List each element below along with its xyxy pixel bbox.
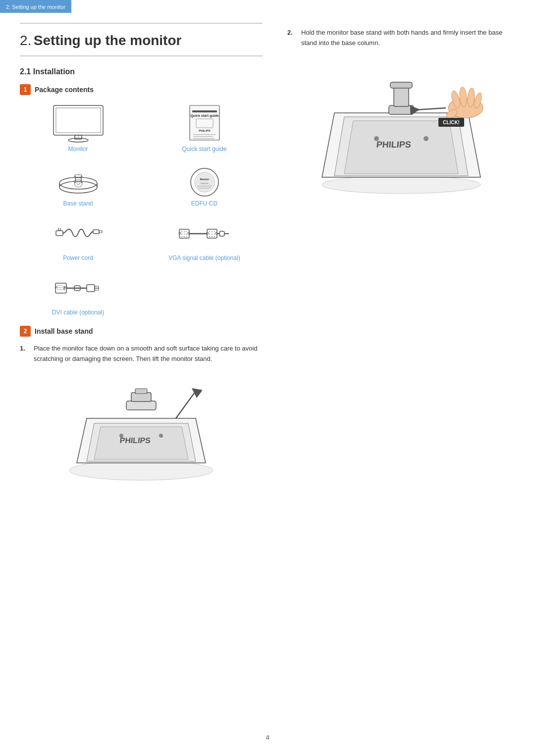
instructions-list: 1. Place the monitor face down on a smoo…: [20, 344, 263, 364]
dvi-label: DVI cable (optional): [52, 309, 104, 316]
svg-point-52: [212, 234, 213, 235]
svg-text:Monitor: Monitor: [200, 178, 209, 181]
svg-text:PHILIPS: PHILIPS: [201, 182, 209, 185]
svg-point-66: [57, 287, 58, 288]
svg-line-101: [415, 108, 446, 110]
svg-point-65: [61, 285, 62, 286]
svg-rect-59: [219, 231, 224, 236]
step2-badge: 2: [20, 326, 31, 337]
instr1-text: Place the monitor face down on a smooth …: [34, 344, 263, 364]
step2-row: 2 Install base stand: [20, 326, 263, 337]
svg-rect-99: [394, 86, 409, 106]
edfu-illustration: Monitor PHILIPS: [185, 162, 224, 197]
svg-point-63: [57, 285, 58, 286]
svg-point-70: [59, 289, 60, 290]
svg-rect-100: [390, 82, 412, 88]
svg-point-40: [184, 234, 185, 235]
package-item-basestand: Base stand: [20, 162, 136, 207]
svg-point-86: [159, 434, 163, 438]
quickstart-illustration: Quick start guide PHILIPS: [182, 103, 227, 143]
package-item-powercord: Power cord: [20, 217, 136, 261]
instruction-1: 1. Place the monitor face down on a smoo…: [20, 344, 263, 364]
svg-point-37: [184, 231, 185, 232]
svg-text:Quick start guide: Quick start guide: [190, 114, 218, 118]
step1-row: 1 Package contents: [20, 84, 263, 95]
package-item-edfu: Monitor PHILIPS EDFU CD: [146, 162, 263, 207]
monitor-illustration: [51, 103, 106, 143]
svg-point-91: [322, 176, 481, 194]
instructions-list-right: 2. Hold the monitor base stand with both…: [287, 28, 515, 49]
svg-point-3: [68, 138, 88, 142]
svg-point-41: [186, 234, 187, 235]
section-title-block: 2. Setting up the monitor: [20, 23, 263, 56]
svg-rect-30: [56, 231, 63, 236]
svg-rect-76: [87, 285, 95, 292]
svg-rect-29: [198, 188, 211, 189]
svg-point-53: [214, 234, 215, 235]
basestand-illustration: [56, 162, 101, 197]
breadcrumb: 2. Setting up the monitor: [0, 0, 71, 13]
svg-point-96: [374, 136, 379, 141]
svg-point-38: [186, 231, 187, 232]
svg-point-48: [209, 231, 210, 232]
basestand-label: Base stand: [63, 200, 93, 207]
svg-point-55: [212, 236, 213, 237]
package-item-dvi: DVI cable (optional): [20, 271, 136, 316]
svg-rect-6: [192, 110, 217, 112]
svg-point-67: [59, 287, 60, 288]
svg-point-71: [61, 289, 62, 290]
svg-point-43: [184, 236, 185, 237]
package-item-quickstart: Quick start guide PHILIPS Quick start gu…: [146, 103, 263, 152]
section-title: Setting up the monitor: [34, 33, 182, 48]
quickstart-label: Quick start guide: [182, 146, 226, 152]
svg-text:CLICK!: CLICK!: [443, 120, 460, 125]
svg-rect-88: [131, 393, 151, 402]
step1-badge: 1: [20, 84, 31, 95]
package-item-vga: VGA signal cable (optional): [146, 217, 263, 261]
svg-point-39: [181, 234, 182, 235]
instr2-number: 2.: [287, 28, 296, 49]
step1-label: Package contents: [35, 86, 94, 94]
svg-rect-87: [126, 401, 156, 410]
svg-point-42: [181, 236, 182, 237]
svg-point-64: [59, 285, 60, 286]
step2-diagram2: PHILIPS: [287, 58, 515, 199]
svg-rect-72: [63, 286, 65, 290]
vga-label: VGA signal cable (optional): [168, 254, 240, 261]
svg-line-90: [176, 391, 196, 418]
svg-rect-28: [197, 186, 212, 187]
right-column: 2. Hold the monitor base stand with both…: [277, 23, 515, 492]
page-number: 4: [266, 734, 269, 741]
svg-text:PHILIPS: PHILIPS: [119, 436, 151, 445]
section-number: 2.: [20, 33, 31, 48]
svg-text:PHILIPS: PHILIPS: [376, 140, 412, 150]
svg-point-50: [214, 231, 215, 232]
subsection-title: 2.1 Installation: [20, 67, 263, 76]
svg-point-68: [61, 287, 62, 288]
instruction-2: 2. Hold the monitor base stand with both…: [287, 28, 515, 49]
svg-point-54: [209, 236, 210, 237]
dvi-illustration: [54, 271, 103, 306]
svg-point-69: [57, 289, 58, 290]
svg-rect-12: [193, 138, 214, 139]
step2-diagram1: PHILIPS: [20, 371, 263, 487]
powercord-illustration: [54, 217, 103, 252]
svg-rect-33: [93, 230, 99, 234]
package-grid: Monitor Quick start guide PHILIPS: [20, 103, 263, 316]
package-item-monitor: Monitor: [20, 103, 136, 152]
svg-point-97: [424, 136, 428, 141]
step2-label: Install base stand: [35, 327, 93, 335]
svg-point-18: [77, 182, 80, 185]
svg-point-80: [69, 460, 213, 480]
svg-point-49: [212, 231, 213, 232]
instr2-text: Hold the monitor base stand with both ha…: [301, 28, 515, 49]
svg-rect-11: [193, 136, 213, 137]
svg-point-51: [209, 234, 210, 235]
install-section: 2 Install base stand 1. Place the monito…: [20, 326, 263, 487]
svg-rect-0: [54, 105, 103, 135]
vga-illustration: [177, 217, 232, 252]
svg-point-85: [119, 434, 123, 438]
svg-point-44: [186, 236, 187, 237]
powercord-label: Power cord: [63, 254, 93, 261]
svg-rect-34: [99, 231, 102, 233]
